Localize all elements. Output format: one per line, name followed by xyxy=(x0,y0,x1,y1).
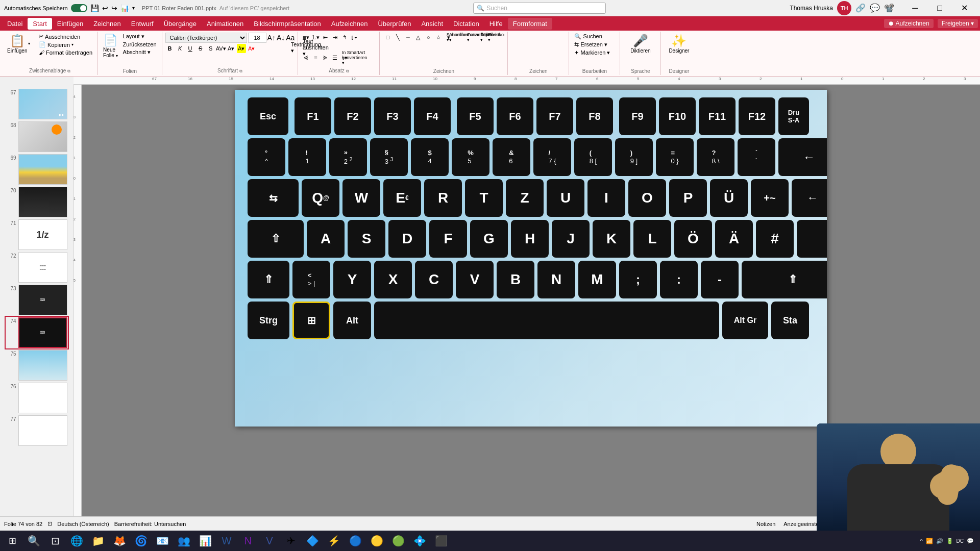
taskbar-app5[interactable]: 🟢 xyxy=(388,531,408,551)
menu-bildschirm[interactable]: Bildschirmpräsentation xyxy=(249,18,326,30)
key-l[interactable]: L xyxy=(633,220,671,258)
key-shift-right[interactable]: ⇑ xyxy=(742,261,827,298)
key-9[interactable]: )9 ] xyxy=(615,138,653,176)
key-f9[interactable]: F9 xyxy=(619,97,656,135)
key-f6[interactable]: F6 xyxy=(497,97,533,135)
key-f1[interactable]: F1 xyxy=(295,97,331,135)
key-8[interactable]: (8 [ xyxy=(574,138,612,176)
abschnitt-button[interactable]: Abschnitt ▾ xyxy=(121,48,159,56)
key-t[interactable]: T xyxy=(465,179,503,217)
key-6[interactable]: &6 xyxy=(493,138,530,176)
align-left-button[interactable]: ⫷ xyxy=(301,53,310,62)
slide-thumb-70[interactable]: 70 xyxy=(6,187,67,217)
increase-indent-button[interactable]: ⇥ xyxy=(330,33,339,42)
char-spacing-button[interactable]: AV▾ xyxy=(216,44,226,53)
key-5[interactable]: %5 xyxy=(452,138,489,176)
notes-button[interactable]: Notizen xyxy=(756,521,775,527)
key-f2[interactable]: F2 xyxy=(334,97,371,135)
designer-button[interactable]: ✨ Designer xyxy=(664,33,694,55)
key-shift-left[interactable]: ⇑ xyxy=(248,261,289,298)
key-h[interactable]: H xyxy=(511,220,549,258)
taskbar-systray[interactable]: ^ xyxy=(920,538,922,544)
shape-line[interactable]: ╲ xyxy=(393,33,402,42)
shape-arrow[interactable]: → xyxy=(403,33,412,42)
strikethrough-button[interactable]: S xyxy=(196,44,205,53)
taskbar-firefox[interactable]: 🦊 xyxy=(109,531,130,551)
taskbar-volume[interactable]: 🔊 xyxy=(936,538,943,544)
align-right-button[interactable]: ⫸ xyxy=(321,53,330,62)
menu-einfuegen[interactable]: Einfügen xyxy=(52,18,88,30)
smartart-button[interactable]: In SmartArt konvertieren ▾ xyxy=(350,53,359,62)
ersetzen-button[interactable]: ⇆ Ersetzen ▾ xyxy=(572,41,617,48)
key-m[interactable]: M xyxy=(578,261,616,298)
cols-button[interactable]: ⫿▾ xyxy=(350,33,359,42)
fontcolor2-button[interactable]: A▾ xyxy=(247,44,256,53)
key-space[interactable] xyxy=(374,302,719,339)
key-f[interactable]: F xyxy=(429,220,467,258)
key-win[interactable]: ⊞ xyxy=(292,302,330,339)
highlight-button[interactable]: A▾ xyxy=(237,44,246,53)
key-alt-left[interactable]: Alt xyxy=(333,302,371,339)
language-label[interactable]: Deutsch (Österreich) xyxy=(57,521,109,527)
key-oe[interactable]: Ö xyxy=(674,220,712,258)
redo-icon[interactable]: ↪ xyxy=(111,4,117,12)
taskbar-visio[interactable]: V xyxy=(259,531,280,551)
kopieren-button[interactable]: 📄 Kopieren ▾ xyxy=(37,41,94,48)
key-a[interactable]: A xyxy=(307,220,345,258)
markieren-button[interactable]: ✦ Markieren ▾ xyxy=(572,49,617,57)
font-color-button[interactable]: A▾ xyxy=(227,44,236,53)
key-caret[interactable]: °^ xyxy=(248,138,285,176)
key-esc[interactable]: Esc xyxy=(248,97,288,135)
key-f10[interactable]: F10 xyxy=(659,97,696,135)
key-q[interactable]: Q@ xyxy=(302,179,339,217)
key-altgr[interactable]: Alt Gr xyxy=(722,302,768,339)
shape-triangle[interactable]: △ xyxy=(413,33,423,42)
menu-entwurf[interactable]: Entwurf xyxy=(126,18,159,30)
taskbar-app2[interactable]: ⚡ xyxy=(324,531,344,551)
comments-icon[interactable]: 💬 xyxy=(870,3,880,13)
key-g[interactable]: G xyxy=(470,220,508,258)
autosave-toggle[interactable] xyxy=(71,4,87,12)
taskbar-battery[interactable]: 🔋 xyxy=(946,538,953,544)
taskbar-notification[interactable]: 💬 xyxy=(967,538,974,544)
close-button[interactable]: ✕ xyxy=(952,0,976,16)
user-avatar[interactable]: TH xyxy=(837,1,851,15)
key-enter[interactable] xyxy=(797,220,827,258)
undo-icon[interactable]: ↩ xyxy=(102,4,108,12)
save-icon[interactable]: 💾 xyxy=(90,4,99,12)
align-center-button[interactable]: ≡ xyxy=(311,53,320,62)
key-1[interactable]: !1 xyxy=(288,138,326,176)
key-r[interactable]: R xyxy=(424,179,462,217)
key-strg-left[interactable]: Strg xyxy=(248,302,289,339)
decrease-font-button[interactable]: A↓ xyxy=(277,34,285,42)
taskbar-network[interactable]: 📶 xyxy=(926,538,933,544)
share-icon[interactable]: 🔗 xyxy=(855,3,866,13)
shape-rect[interactable]: □ xyxy=(383,33,392,42)
menu-animationen[interactable]: Animationen xyxy=(202,18,249,30)
suchen-button[interactable]: 🔍 Suchen xyxy=(572,33,617,40)
key-f11[interactable]: F11 xyxy=(699,97,736,135)
slide-thumb-76[interactable]: 76 xyxy=(6,383,67,413)
key-f12[interactable]: F12 xyxy=(739,97,775,135)
format-button[interactable]: 🖌 Format übertragen xyxy=(37,49,94,56)
key-f8[interactable]: F8 xyxy=(576,97,613,135)
neue-folie-button[interactable]: 📄 NeueFolie ▾ xyxy=(101,33,119,59)
start-button[interactable]: ⊞ xyxy=(2,531,22,551)
menu-aufzeichnen[interactable]: Aufzeichnen xyxy=(326,18,373,30)
search-box[interactable]: 🔍 Suchen xyxy=(473,3,606,14)
accessibility-label[interactable]: Barrierefreiheit: Untersuchen xyxy=(114,521,186,527)
menu-formformat[interactable]: Formformat xyxy=(508,18,552,30)
taskbar-explorer[interactable]: 📁 xyxy=(88,531,108,551)
key-angle[interactable]: <> | xyxy=(292,261,330,298)
key-question[interactable]: ?ß \ xyxy=(697,138,734,176)
justify-button[interactable]: ☰ xyxy=(330,53,339,62)
rtl-button[interactable]: ↰ xyxy=(340,33,349,42)
italic-button[interactable]: K xyxy=(176,44,185,53)
font-family-select[interactable]: Calibri (Textkörper) xyxy=(165,33,247,43)
key-w[interactable]: W xyxy=(342,179,380,217)
text-align-button[interactable]: Text ausrichten ▾ xyxy=(311,43,320,52)
slide-thumb-68[interactable]: 68 xyxy=(6,121,67,152)
taskbar-teams[interactable]: 👥 xyxy=(174,531,194,551)
slide-thumb-75[interactable]: 75 xyxy=(6,350,67,381)
taskbar-edge[interactable]: 🌐 xyxy=(66,531,87,551)
